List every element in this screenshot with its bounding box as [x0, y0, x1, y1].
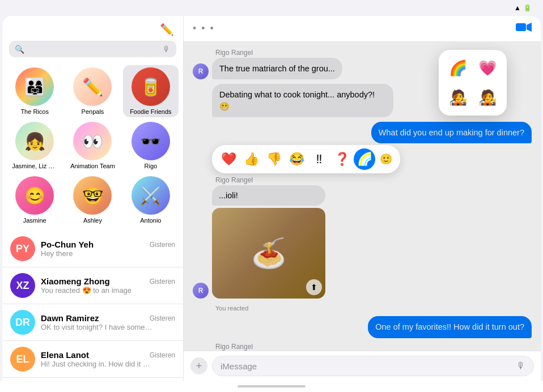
- list-item[interactable]: PYPo-Chun YehGisterenHey there: [2, 231, 183, 267]
- avatar: DR: [10, 310, 35, 335]
- compose-button[interactable]: ✏️: [160, 23, 174, 36]
- chat-options-icon[interactable]: • • •: [193, 23, 215, 35]
- pinned-item-rigo[interactable]: 🕶️Rigo: [123, 120, 179, 172]
- chat-area: • • • 🌈 💗 🧑‍🎤 🧑‍🎤 Rigo Rangel R: [184, 16, 541, 381]
- tapback-thumbsdown[interactable]: 👎: [263, 148, 285, 170]
- conversation-preview: Hey there: [41, 249, 154, 258]
- tapback-more[interactable]: 🙂: [377, 151, 394, 168]
- avatar: 👧: [15, 122, 54, 160]
- conversation-time: Gisteren: [150, 314, 175, 322]
- svg-rect-0: [516, 23, 526, 31]
- reaction-heart[interactable]: 💗: [475, 56, 500, 80]
- pinned-label: Foodie Friends: [130, 108, 171, 115]
- pinned-label: The Ricos: [20, 108, 49, 115]
- pinned-item-foodie[interactable]: 🥫Foodie Friends: [123, 65, 179, 117]
- tapback-thumbsup[interactable]: 👍: [240, 148, 262, 170]
- home-bar: [237, 385, 306, 387]
- conversation-preview: You reacted 😍 to an image: [41, 286, 154, 295]
- home-indicator: [0, 381, 543, 392]
- reaction-rainbow[interactable]: 🌈: [446, 56, 470, 80]
- reaction-person2[interactable]: 🧑‍🎤: [475, 85, 500, 110]
- mic-icon[interactable]: 🎙: [163, 45, 171, 54]
- conversation-name: Po-Chun Yeh: [41, 240, 94, 249]
- list-item[interactable]: DRDawn RamirezGisterenOK to visit tonigh…: [2, 304, 183, 341]
- avatar: PY: [10, 236, 35, 261]
- sidebar-header: ✏️: [2, 16, 183, 41]
- pinned-label: Antonio: [140, 217, 161, 224]
- emoji-reaction-popup: 🌈 💗 🧑‍🎤 🧑‍🎤: [439, 50, 507, 116]
- pinned-item-jasmine[interactable]: 😊Jasmine: [7, 174, 62, 226]
- conversation-preview: OK to visit tonight? I have some things …: [41, 323, 154, 331]
- input-placeholder: iMessage: [220, 361, 257, 371]
- conversation-name: Xiaomeng Zhong: [41, 276, 110, 286]
- pinned-label: Animation Team: [70, 163, 115, 169]
- conversation-info: Xiaomeng ZhongGisterenYou reacted 😍 to a…: [41, 276, 175, 295]
- messages-area: 🌈 💗 🧑‍🎤 🧑‍🎤 Rigo Rangel R The true matri…: [184, 42, 541, 351]
- pinned-label: Penpals: [82, 108, 104, 115]
- conversation-info: Dawn RamirezGisterenOK to visit tonight?…: [41, 313, 175, 331]
- message-input[interactable]: iMessage 🎙: [212, 356, 534, 376]
- video-call-icon[interactable]: [516, 22, 532, 36]
- avatar: ✏️: [73, 67, 112, 106]
- pinned-label: Ashley: [83, 217, 102, 224]
- battery-icon: 🔋: [523, 4, 532, 12]
- app-container: ✏️ 🔍 🎙 👨‍👩‍👧The Ricos✏️Penpals🥫Foodie Fr…: [2, 16, 541, 381]
- pinned-label: Jasmine, Liz en Rigo: [12, 163, 57, 169]
- avatar: 🥫: [131, 67, 170, 106]
- avatar: 🤓: [73, 176, 112, 215]
- tapback-haha[interactable]: 😂: [286, 148, 307, 170]
- pinned-item-ashley[interactable]: 🤓Ashley: [65, 174, 120, 226]
- conversation-info: Elena LanotGisterenHi! Just checking in.…: [41, 350, 175, 368]
- avatar: 🕶️: [131, 122, 170, 160]
- conversation-info: Po-Chun YehGisterenHey there: [41, 240, 175, 258]
- tapback-bar: ❤️ 👍 👎 😂 ‼️ ❓ 🌈 🙂: [212, 145, 400, 173]
- avatar: XZ: [10, 273, 35, 298]
- reaction-person1[interactable]: 🧑‍🎤: [446, 85, 470, 110]
- avatar: 😊: [15, 176, 54, 215]
- conversation-name: Elena Lanot: [41, 350, 89, 360]
- svg-marker-1: [527, 23, 532, 32]
- conversation-time: Gisteren: [150, 351, 175, 359]
- tapback-exclaim[interactable]: ‼️: [308, 148, 330, 170]
- search-input[interactable]: [28, 44, 159, 54]
- avatar: EL: [10, 347, 35, 372]
- pinned-item-penpals[interactable]: ✏️Penpals: [65, 65, 120, 117]
- avatar: 👀: [73, 122, 112, 160]
- pinned-item-jlr[interactable]: 👧Jasmine, Liz en Rigo: [7, 120, 62, 172]
- pinned-item-animteam[interactable]: 👀Animation Team: [65, 120, 120, 172]
- pinned-label: Jasmine: [23, 217, 46, 224]
- tapback-rainbow[interactable]: 🌈: [354, 148, 375, 170]
- search-bar: 🔍 🎙: [9, 41, 176, 57]
- list-item[interactable]: XZXiaomeng ZhongGisterenYou reacted 😍 to…: [2, 267, 183, 304]
- tapback-heart[interactable]: ❤️: [218, 148, 239, 170]
- conversation-list: PYPo-Chun YehGisterenHey thereXZXiaomeng…: [2, 231, 183, 381]
- chat-input-bar: + iMessage 🎙: [184, 351, 541, 381]
- add-attachment-button[interactable]: +: [190, 357, 207, 374]
- pinned-grid: 👨‍👩‍👧The Ricos✏️Penpals🥫Foodie Friends👧J…: [2, 63, 183, 231]
- avatar: 👨‍👩‍👧: [15, 67, 54, 106]
- chat-header: • • •: [184, 16, 541, 42]
- conversation-preview: Hi! Just checking in. How did it go?: [41, 360, 154, 368]
- status-indicators: ▲ 🔋: [514, 4, 534, 12]
- conversation-time: Gisteren: [150, 241, 175, 249]
- list-item[interactable]: ELElena LanotGisterenHi! Just checking i…: [2, 341, 183, 378]
- sidebar: ✏️ 🔍 🎙 👨‍👩‍👧The Ricos✏️Penpals🥫Foodie Fr…: [2, 16, 184, 381]
- search-icon: 🔍: [15, 45, 24, 54]
- pinned-item-antonio[interactable]: ⚔️Antonio: [123, 174, 179, 226]
- wifi-icon: ▲: [514, 4, 521, 12]
- tapback-question[interactable]: ❓: [331, 148, 353, 170]
- conversation-time: Gisteren: [150, 278, 175, 286]
- voice-input-icon[interactable]: 🎙: [516, 361, 525, 371]
- pinned-label: Rigo: [145, 163, 158, 169]
- avatar: ⚔️: [131, 176, 170, 215]
- status-bar: ▲ 🔋: [0, 0, 543, 16]
- conversation-name: Dawn Ramirez: [41, 313, 99, 323]
- pinned-item-ricos[interactable]: 👨‍👩‍👧The Ricos: [7, 65, 62, 117]
